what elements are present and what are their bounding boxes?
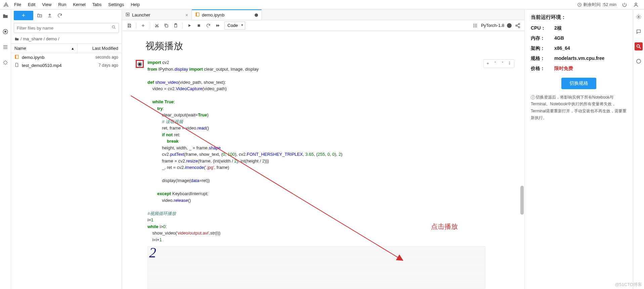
menu-tabs[interactable]: Tabs [89, 1, 105, 8]
svg-rect-13 [196, 13, 197, 16]
file-row[interactable]: demo.ipynbseconds ago [11, 53, 122, 61]
env-row-label: 内存： [531, 35, 554, 41]
toc-icon[interactable] [472, 23, 478, 29]
file-header-name[interactable]: Name ▴ [11, 44, 77, 53]
menu-edit[interactable]: Edit [25, 1, 39, 8]
code-content[interactable]: import cv2from IPython.display import cl… [147, 59, 514, 243]
activity-running[interactable] [1, 28, 9, 36]
env-row-label: 架构： [531, 45, 554, 51]
menu-settings[interactable]: Settings [105, 1, 127, 8]
watermark: @51CTO博客 [615, 282, 642, 288]
kernel-status-icon[interactable] [507, 23, 512, 28]
stop-icon[interactable] [195, 22, 203, 30]
new-folder-icon[interactable] [36, 12, 43, 19]
env-row: 架构：x86_64 [531, 45, 627, 51]
refresh-icon[interactable] [56, 12, 63, 19]
remaining-time: 剩余时间:52 min [577, 2, 616, 8]
right-activity-bar [633, 9, 644, 289]
activity-files[interactable] [1, 12, 9, 20]
file-header-modified[interactable]: Last Modified [77, 44, 122, 53]
notebook-toolbar: Code PyTorch-1.8 [122, 20, 524, 31]
menu-kernel[interactable]: Kernel [70, 1, 89, 8]
right-search-icon[interactable] [635, 42, 643, 50]
menu-help[interactable]: Help [127, 1, 143, 8]
code-cell[interactable]: ◉ import cv2from IPython.display import … [132, 59, 514, 243]
restart-icon[interactable] [204, 22, 212, 30]
notebook-icon [195, 12, 200, 18]
info-icon: i [531, 95, 535, 100]
notebook-body[interactable]: 视频播放 ◉ import cv2from IPython.display im… [122, 31, 524, 289]
svg-point-3 [5, 31, 6, 33]
file-list-header: Name ▴ Last Modified [11, 43, 122, 53]
power-icon[interactable] [621, 1, 628, 8]
top-menubar: FileEditViewRunKernelTabsSettingsHelp 剩余… [0, 0, 644, 9]
env-panel-title: 当前运行环境： [531, 14, 627, 21]
tab-Launcher[interactable]: Launcher× [122, 9, 192, 20]
cell-more-icon[interactable]: ⠇ [507, 60, 513, 67]
file-browser-panel: + / ma_share / demo / [11, 9, 122, 289]
svg-point-24 [473, 25, 474, 26]
env-note: i切换资源后，将影响实例下所有Notebook与Terminal。Noteboo… [531, 94, 627, 121]
cell-type-select[interactable]: Code [224, 22, 245, 30]
env-row-value: 2核 [554, 25, 562, 31]
menu-file[interactable]: File [11, 1, 25, 8]
tab-demo-ipynb[interactable]: demo.ipynb [192, 9, 262, 20]
activity-toc[interactable] [1, 43, 9, 51]
env-row: CPU：2核 [531, 25, 627, 31]
file-name: test_demo0510.mp4 [22, 63, 77, 68]
menu-run[interactable]: Run [55, 1, 70, 8]
file-row[interactable]: test_demo0510.mp47 days ago [11, 61, 122, 69]
cell-down-icon[interactable]: ˅ [499, 60, 506, 67]
svg-point-1 [635, 3, 637, 4]
cell-up-icon[interactable]: ˄ [492, 60, 499, 67]
env-row-label: 价格： [531, 66, 554, 72]
app-logo-icon [3, 1, 9, 8]
file-modified: 7 days ago [77, 63, 118, 68]
svg-line-32 [517, 26, 519, 27]
svg-line-8 [115, 28, 116, 29]
cell-add-icon[interactable]: + [484, 60, 491, 67]
share-icon[interactable] [514, 22, 521, 29]
folder-icon [14, 37, 19, 41]
new-launcher-button[interactable]: + [14, 11, 33, 20]
right-chat-icon[interactable] [635, 28, 643, 36]
close-icon[interactable]: × [185, 12, 188, 18]
env-row-value: modelarts.vm.cpu.free [554, 56, 604, 62]
filter-files-input[interactable] [14, 23, 119, 33]
add-cell-icon[interactable] [139, 22, 147, 30]
kernel-name[interactable]: PyTorch-1.8 [481, 23, 504, 28]
run-all-icon[interactable] [214, 22, 222, 30]
tab-label: Launcher [132, 12, 150, 17]
breadcrumb[interactable]: / ma_share / demo / [11, 34, 122, 43]
right-settings-icon[interactable] [635, 13, 643, 21]
svg-line-31 [517, 24, 519, 25]
tab-label: demo.ipynb [202, 12, 224, 17]
clock-icon [577, 2, 582, 7]
env-row: 内存：4GB [531, 35, 627, 41]
right-help-icon[interactable] [635, 57, 643, 65]
environment-panel: 当前运行环境： CPU：2核内存：4GB架构：x86_64规格：modelart… [525, 9, 633, 289]
run-cell-button[interactable]: ◉ [136, 60, 144, 68]
paste-icon[interactable] [172, 22, 180, 30]
file-toolbar: + [11, 9, 122, 22]
upload-icon[interactable] [46, 12, 53, 19]
activity-extensions[interactable] [1, 59, 9, 67]
copy-icon[interactable] [162, 22, 170, 30]
switch-spec-button[interactable]: 切换规格 [561, 78, 596, 89]
busy-icon: ◉ [137, 61, 142, 67]
user-icon[interactable] [633, 1, 639, 8]
menu-view[interactable]: View [39, 1, 55, 8]
save-icon[interactable] [125, 22, 133, 30]
svg-point-26 [473, 27, 474, 27]
svg-line-36 [639, 47, 641, 48]
run-icon[interactable] [185, 22, 194, 30]
svg-rect-21 [198, 24, 200, 27]
svg-point-34 [638, 16, 639, 17]
tab-bar: Launcher×demo.ipynb [122, 9, 524, 20]
env-row-label: 规格： [531, 56, 554, 62]
cut-icon[interactable] [153, 22, 161, 30]
svg-point-35 [637, 45, 640, 47]
notebook-scrollbar[interactable] [520, 31, 524, 289]
svg-point-37 [637, 59, 641, 63]
launcher-icon [125, 12, 130, 18]
